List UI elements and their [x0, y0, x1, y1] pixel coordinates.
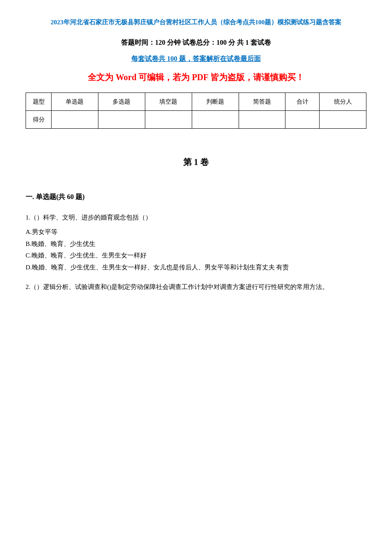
question-1-option-d: D.晚婚、晚育、少生优生、生男生女一样好、女儿也是传后人、男女平等和计划生育丈夫…	[26, 262, 366, 273]
table-header-fill: 填空题	[145, 93, 192, 111]
question-1-options: A.男女平等 B.晚婚、晚育、少生优生 C.晚婚、晚育、少生优生、生男生女一样好…	[26, 227, 366, 273]
exam-info: 答题时间：120 分钟 试卷总分：100 分 共 1 套试卷	[26, 37, 366, 49]
table-header-grader: 统分人	[320, 93, 366, 111]
question-2-text: 2.（）逻辑分析、试验调查和()是制定劳动保障社会调查工作计划中对调查方案进行可…	[26, 281, 366, 293]
question-1-text: 1.（）科学、文明、进步的婚育观念包括（）	[26, 212, 366, 223]
table-score-judge	[192, 111, 239, 129]
highlight-text: 每套试卷共 100 题，答案解析在试卷最后面	[26, 53, 366, 65]
table-score-row: 得分	[26, 111, 366, 129]
table-score-short	[239, 111, 285, 129]
page-title: 2023年河北省石家庄市无极县郭庄镇户台营村社区工作人员（综合考点共100题）模…	[26, 17, 366, 28]
warning-pdf: ，若为 PDF 皆为盗版，请谨慎购买！	[164, 72, 304, 82]
table-score-total	[285, 111, 320, 129]
table-header-single: 单选题	[52, 93, 98, 111]
highlight-line: 每套试卷共 100 题，答案解析在试卷最后面	[26, 53, 366, 65]
table-header-row: 题型 单选题 多选题 填空题 判断题 简答题 合计 统分人	[26, 93, 366, 111]
section-title: 第 1 卷	[26, 154, 366, 170]
exam-info-text: 答题时间：120 分钟 试卷总分：100 分 共 1 套试卷	[121, 39, 271, 46]
table-score-fill	[145, 111, 192, 129]
score-table: 题型 单选题 多选题 填空题 判断题 简答题 合计 统分人 得分	[26, 92, 366, 129]
question-1-option-a: A.男女平等	[26, 227, 366, 238]
table-header-multi: 多选题	[98, 93, 145, 111]
page-wrapper: 2023年河北省石家庄市无极县郭庄镇户台营村社区工作人员（综合考点共100题）模…	[26, 17, 366, 293]
question-1-option-c: C.晚婚、晚育、少生优生、生男生女一样好	[26, 250, 366, 261]
question-section-title: 一. 单选题(共 60 题)	[26, 191, 366, 203]
table-score-single	[52, 111, 98, 129]
warning-block: 全文为 Word 可编辑，若为 PDF 皆为盗版，请谨慎购买！	[26, 69, 366, 85]
question-1-block: 1.（）科学、文明、进步的婚育观念包括（） A.男女平等 B.晚婚、晚育、少生优…	[26, 212, 366, 273]
page-header: 2023年河北省石家庄市无极县郭庄镇户台营村社区工作人员（综合考点共100题）模…	[26, 17, 366, 28]
table-header-short: 简答题	[239, 93, 285, 111]
table-header-total: 合计	[285, 93, 320, 111]
table-score-label: 得分	[26, 111, 52, 129]
table-score-multi	[98, 111, 145, 129]
table-header-judge: 判断题	[192, 93, 239, 111]
table-header-type: 题型	[26, 93, 52, 111]
question-2-block: 2.（）逻辑分析、试验调查和()是制定劳动保障社会调查工作计划中对调查方案进行可…	[26, 281, 366, 293]
table-score-grader	[320, 111, 366, 129]
question-1-option-b: B.晚婚、晚育、少生优生	[26, 239, 366, 250]
warning-word-editable: 全文为 Word 可编辑	[88, 72, 164, 82]
